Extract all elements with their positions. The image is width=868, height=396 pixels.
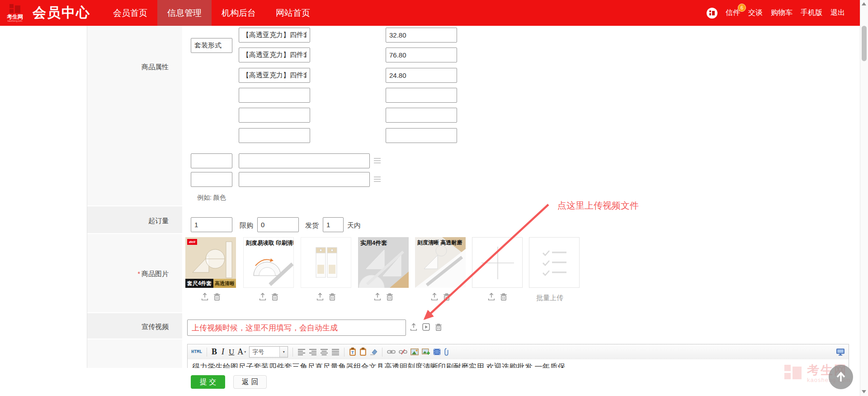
video-delete-icon[interactable] [435,323,443,331]
extra-attr-value-input-2[interactable] [239,172,370,187]
mail-link[interactable]: 信件 6 [726,8,740,18]
back-button[interactable]: 返 回 [233,375,267,389]
extra-attr-value-input-1[interactable] [239,153,370,168]
back-to-top-button[interactable] [829,365,853,389]
upload-icon[interactable] [430,293,439,301]
image-add-button[interactable] [422,348,430,355]
batch-upload-slot[interactable] [529,237,580,288]
spec-name-input-4[interactable] [239,88,310,103]
align-left-button[interactable] [297,348,306,356]
paste-text-button[interactable]: T [349,348,356,356]
image-button[interactable] [410,348,419,355]
bottom-action-bar: 提 交 返 回 [0,368,860,396]
font-size-select[interactable]: 字号 ▾ [249,346,288,358]
page-scrollbar[interactable] [860,0,868,396]
ship-days-input[interactable] [323,217,344,232]
logo-text: 考生网 [7,14,23,19]
product-image-3[interactable] [301,237,351,288]
site-logo[interactable]: 考生网 kaosheng.com [3,0,27,26]
italic-button[interactable]: I [220,347,226,357]
product-image-5[interactable]: 刻度清晰 高透耐磨 [415,237,466,288]
product-image-1[interactable]: deli 套尺4件套 高透清晰 [185,237,236,288]
spec-price-input-6[interactable] [386,128,457,143]
min-order-input[interactable] [191,217,232,232]
link-button[interactable] [387,349,396,355]
spec-price-input-3[interactable] [386,68,457,83]
font-color-button[interactable]: A▾ [237,347,246,357]
ship-unit-label: 天内 [347,221,361,230]
eraser-button[interactable] [370,348,377,355]
page-title: 会员中心 [33,4,90,22]
attribute-group-input[interactable] [191,38,232,53]
attachment-button[interactable] [444,348,449,356]
spec-price-input-2[interactable] [386,48,457,62]
spec-price-input-1[interactable] [386,28,457,43]
font-color-glyph: A [237,347,243,357]
nav-item-member-home[interactable]: 会员首页 [103,0,157,26]
spec-price-input-5[interactable] [386,108,457,123]
spec-name-input-2[interactable] [239,48,310,62]
plus-icon [472,238,523,288]
delete-icon[interactable] [500,293,508,301]
scroll-down-icon[interactable] [862,390,866,393]
video-upload-icon[interactable] [410,323,418,331]
chat-link[interactable]: 交谈 [748,8,763,18]
delete-icon[interactable] [386,293,394,301]
spec-name-input-6[interactable] [239,128,310,143]
delete-icon[interactable] [329,293,337,301]
video-url-input[interactable] [187,320,406,336]
thumb5-caption: 刻度清晰 高透耐磨 [417,239,462,247]
thumb1-badge-right: 高透清晰 [213,279,236,288]
batch-upload-link[interactable]: 批量上传 [536,294,563,302]
upload-icon[interactable] [201,293,209,301]
delete-icon[interactable] [213,293,222,301]
extra-attr-name-input-1[interactable] [191,153,232,168]
spec-name-input-3[interactable] [239,68,310,83]
align-right-button[interactable] [309,348,317,356]
product-image-2[interactable]: 刻度易读取 印刷清晰 [243,237,294,288]
limit-label: 限购 [240,221,253,230]
align-center-button[interactable] [320,348,328,356]
logout-link[interactable]: 退出 [830,8,845,18]
top-navbar: 考生网 kaosheng.com 会员中心 会员首页 信息管理 机构后台 网站首… [0,0,860,26]
paste-button[interactable] [359,348,367,356]
limit-input[interactable] [257,217,299,232]
product-image-4[interactable]: 实用4件套 [358,237,409,288]
nav-item-site-home[interactable]: 网站首页 [266,0,320,26]
submit-button[interactable]: 提 交 [191,375,225,389]
drag-handle-icon[interactable] [374,177,381,182]
avatar[interactable] [707,8,717,19]
drag-handle-icon[interactable] [374,158,381,163]
video-play-icon[interactable] [422,323,430,331]
mobile-link[interactable]: 手机版 [801,8,822,18]
editor-content-area[interactable]: 得力学生绘图尺子套装四件套三角尺直尺量角器组合文具高透明刻度清晰印刷耐磨实用,欢… [188,359,849,368]
package-art [301,238,351,288]
spec-name-input-1[interactable] [239,28,310,43]
upload-icon[interactable] [316,293,324,301]
add-image-slot[interactable] [472,237,523,288]
cart-link[interactable]: 购物车 [771,8,793,18]
toolbar-divider [344,348,344,357]
ship-label: 发货 [305,221,319,230]
bold-button[interactable]: B [212,347,217,357]
images-label: *商品图片 [87,270,169,278]
delete-icon[interactable] [271,293,279,301]
fullscreen-button[interactable] [836,348,845,356]
editor-toolbar: HTML B I U A▾ 字号 ▾ T [188,344,849,360]
scrollbar-thumb[interactable] [862,26,867,61]
align-justify-button[interactable] [331,348,340,356]
upload-icon[interactable] [259,293,267,301]
nav-item-info-management[interactable]: 信息管理 [157,0,212,26]
spec-name-input-5[interactable] [239,108,310,123]
html-source-button[interactable]: HTML [191,349,202,354]
upload-icon[interactable] [373,293,382,301]
media-button[interactable] [433,348,441,355]
upload-icon[interactable] [487,293,495,301]
scroll-up-icon[interactable] [862,2,866,5]
nav-item-org-backend[interactable]: 机构后台 [212,0,266,26]
extra-attr-name-input-2[interactable] [191,172,232,187]
delete-icon[interactable] [443,293,451,301]
underline-button[interactable]: U [229,348,234,357]
unlink-button[interactable] [399,349,407,355]
spec-price-input-4[interactable] [386,88,457,103]
